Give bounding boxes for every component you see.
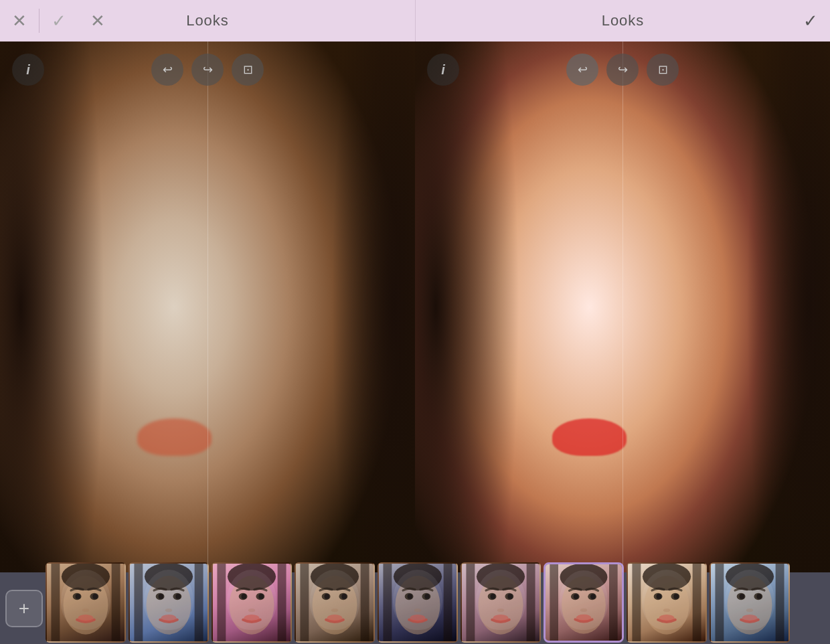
svg-point-55 xyxy=(497,609,504,612)
svg-point-16 xyxy=(161,615,176,621)
svg-rect-89 xyxy=(776,564,784,641)
filter-face-dating xyxy=(711,564,788,641)
svg-point-56 xyxy=(493,615,508,621)
svg-point-4 xyxy=(92,594,98,599)
svg-point-66 xyxy=(576,614,592,621)
svg-rect-58 xyxy=(466,564,475,641)
title-right: Looks xyxy=(602,12,645,29)
bottom-bar: + xyxy=(0,572,830,644)
svg-rect-29 xyxy=(278,564,286,641)
svg-point-36 xyxy=(327,615,342,621)
svg-point-30 xyxy=(312,576,357,635)
svg-point-67 xyxy=(560,564,608,590)
svg-point-62 xyxy=(588,593,596,600)
svg-rect-28 xyxy=(217,564,226,641)
svg-rect-68 xyxy=(550,564,558,641)
undo-button-right[interactable]: ↩ xyxy=(566,54,598,86)
svg-point-76 xyxy=(659,615,674,621)
svg-point-6 xyxy=(78,615,93,621)
filter-thumb-40s xyxy=(544,562,624,643)
left-image xyxy=(0,42,415,572)
filter-face-cool xyxy=(130,564,208,641)
svg-point-87 xyxy=(726,564,774,590)
svg-point-26 xyxy=(244,615,259,621)
info-button-left[interactable]: i xyxy=(12,54,44,86)
compare-button-right[interactable]: ⊡ xyxy=(647,54,679,86)
svg-point-50 xyxy=(478,576,523,635)
svg-point-15 xyxy=(165,609,172,612)
svg-rect-69 xyxy=(609,564,618,641)
svg-point-43 xyxy=(408,594,413,599)
check-button-left[interactable]: ✓ xyxy=(39,4,78,38)
title-left: Looks xyxy=(186,12,229,29)
svg-point-80 xyxy=(727,576,772,635)
lip-overlay-right xyxy=(552,418,627,456)
svg-point-45 xyxy=(414,609,421,612)
filter-item-bisque-doll[interactable]: Bisque Doll xyxy=(627,562,707,645)
filter-thumb-cool xyxy=(129,562,209,643)
overlay-buttons-left: i xyxy=(12,54,44,86)
svg-point-7 xyxy=(62,564,110,590)
svg-point-12 xyxy=(173,592,181,599)
svg-point-82 xyxy=(754,592,762,599)
svg-point-86 xyxy=(742,615,757,621)
filter-thumb-dating xyxy=(710,562,790,643)
svg-point-27 xyxy=(228,564,276,590)
svg-point-73 xyxy=(657,594,662,599)
svg-rect-39 xyxy=(361,564,369,641)
svg-point-70 xyxy=(644,576,689,635)
image-area: i ↩ ↪ ⊡ i ↩ ↪ ⊡ xyxy=(0,42,830,572)
filter-face-chic xyxy=(462,564,540,641)
svg-point-85 xyxy=(746,609,753,612)
filter-item-chic[interactable]: Chic xyxy=(461,562,541,645)
filter-item-candy[interactable]: Candy xyxy=(212,562,292,645)
svg-point-57 xyxy=(477,564,525,590)
filter-thumb-bisque-doll xyxy=(627,562,707,643)
svg-point-17 xyxy=(145,564,193,590)
svg-point-5 xyxy=(82,609,89,612)
add-filter-button[interactable]: + xyxy=(5,590,43,627)
svg-point-20 xyxy=(229,576,274,635)
filter-face-40s xyxy=(546,564,622,641)
svg-point-41 xyxy=(405,592,414,599)
image-panel-right: i ↩ ↪ ⊡ xyxy=(415,42,830,572)
svg-point-33 xyxy=(325,594,330,599)
compare-button-left[interactable]: ⊡ xyxy=(232,54,264,86)
svg-point-71 xyxy=(654,592,663,599)
svg-point-83 xyxy=(740,594,745,599)
svg-point-14 xyxy=(175,594,181,599)
svg-rect-9 xyxy=(112,564,120,641)
redo-button-left[interactable]: ↪ xyxy=(191,54,224,86)
svg-point-75 xyxy=(663,609,670,612)
filter-item-cool[interactable]: Cool xyxy=(129,562,209,645)
filter-item-40s[interactable]: 40s xyxy=(544,562,624,645)
filter-face-rocker xyxy=(379,564,456,641)
svg-point-74 xyxy=(673,594,679,599)
svg-point-23 xyxy=(242,594,247,599)
svg-point-2 xyxy=(90,592,98,599)
svg-point-1 xyxy=(73,592,82,599)
lip-overlay-left xyxy=(137,418,212,456)
filter-item-rocker[interactable]: Rocker xyxy=(378,562,458,645)
redo-button-right[interactable]: ↪ xyxy=(606,54,639,86)
svg-rect-79 xyxy=(693,564,701,641)
svg-point-22 xyxy=(256,592,264,599)
close-button-left[interactable]: ✕ xyxy=(0,4,39,38)
filter-item-original[interactable]: Original xyxy=(46,562,126,645)
undo-button-left[interactable]: ↩ xyxy=(151,54,183,86)
svg-point-46 xyxy=(410,615,425,621)
panel-divider-right xyxy=(622,42,623,572)
svg-point-13 xyxy=(159,594,164,599)
svg-point-77 xyxy=(643,564,691,590)
filter-face-original xyxy=(47,564,124,641)
svg-point-61 xyxy=(571,593,580,600)
close-button-left2[interactable]: ✕ xyxy=(78,4,117,38)
info-button-right[interactable]: i xyxy=(427,54,459,86)
svg-rect-48 xyxy=(383,564,392,641)
check-button-right[interactable]: ✓ xyxy=(791,4,830,38)
filter-item-office-lady[interactable]: Office Lady xyxy=(295,562,375,645)
filter-item-dating[interactable]: Dating xyxy=(710,562,790,645)
filter-thumb-office-lady xyxy=(295,562,375,643)
svg-point-47 xyxy=(394,564,442,590)
svg-point-42 xyxy=(422,592,430,599)
